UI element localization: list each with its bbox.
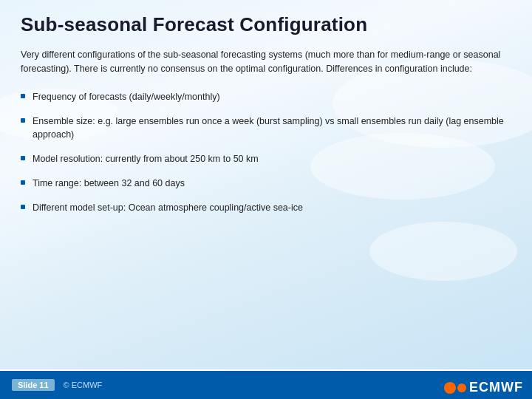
bullet-marker-5: [21, 205, 25, 209]
bullet-marker-2: [21, 118, 25, 123]
bullet-text-5: Different model set-up: Ocean atmosphere…: [33, 201, 303, 215]
slide-number: Slide 11: [12, 379, 55, 391]
copyright-text: © ECMWF: [64, 381, 103, 389]
intro-paragraph: Very different configurations of the sub…: [21, 48, 511, 77]
main-content: Sub-seasonal Forecast Configuration Very…: [0, 0, 532, 399]
page-title: Sub-seasonal Forecast Configuration: [21, 13, 511, 36]
footer-info: Slide 11 © ECMWF: [12, 379, 102, 391]
bullet-text-1: Frequency of forecasts (daily/weekly/mon…: [33, 90, 220, 104]
bullet-text-4: Time range: between 32 and 60 days: [33, 177, 185, 191]
bullet-item-5: Different model set-up: Ocean atmosphere…: [21, 201, 511, 215]
ecmwf-logo-text: ECMWF: [469, 380, 523, 395]
slide: Sub-seasonal Forecast Configuration Very…: [0, 0, 532, 399]
ecmwf-circle-small: [457, 383, 466, 392]
ecmwf-circle-large: [444, 382, 456, 394]
bullet-text-2: Ensemble size: e.g. large ensembles run …: [33, 115, 511, 143]
bullet-marker-4: [21, 180, 25, 185]
ecmwf-logo: ECMWF: [444, 380, 523, 395]
bullet-list: Frequency of forecasts (daily/weekly/mon…: [21, 90, 511, 215]
bullet-item-4: Time range: between 32 and 60 days: [21, 177, 511, 191]
bullet-item-2: Ensemble size: e.g. large ensembles run …: [21, 115, 511, 143]
bullet-marker-3: [21, 156, 25, 160]
ecmwf-logo-circles: [444, 382, 466, 394]
bullet-item-3: Model resolution: currently from about 2…: [21, 152, 511, 166]
bullet-text-3: Model resolution: currently from about 2…: [33, 152, 259, 166]
bullet-marker-1: [21, 94, 25, 98]
bullet-item-1: Frequency of forecasts (daily/weekly/mon…: [21, 90, 511, 104]
footer-bar: Slide 11 © ECMWF ECMWF: [0, 371, 532, 399]
